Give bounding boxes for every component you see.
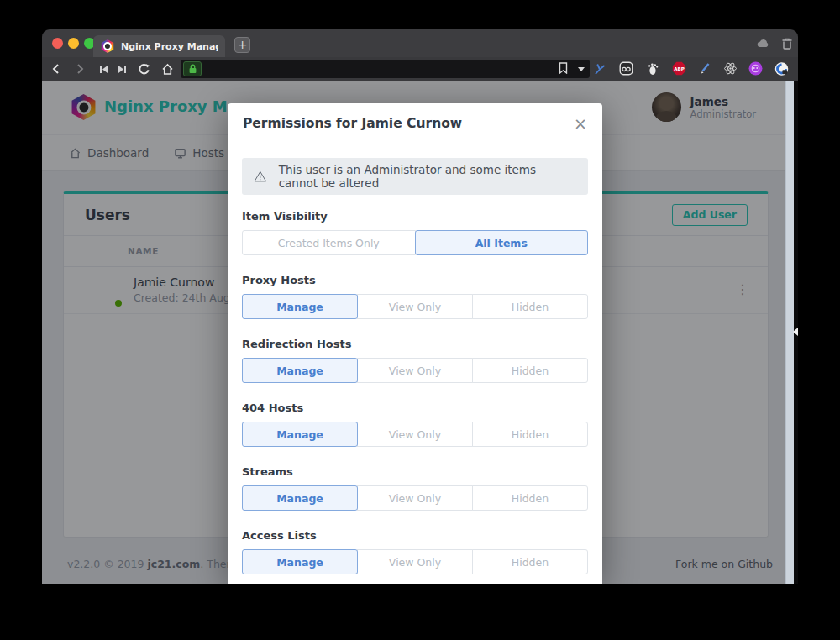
option-hidden[interactable]: Hidden bbox=[472, 485, 588, 511]
purple-extension-icon[interactable] bbox=[748, 61, 763, 76]
atom-extension-icon[interactable] bbox=[723, 61, 738, 76]
option-hidden[interactable]: Hidden bbox=[472, 549, 588, 574]
antenna-extension-icon[interactable] bbox=[592, 61, 606, 76]
new-tab-button[interactable]: + bbox=[234, 37, 250, 53]
browser-tab[interactable]: Nginx Proxy Manager bbox=[93, 35, 225, 57]
permissions-modal: Permissions for Jamie Curnow × This user… bbox=[228, 103, 602, 584]
permission-options-group: ManageView OnlyHidden bbox=[242, 422, 588, 447]
option-manage[interactable]: Manage bbox=[242, 294, 358, 319]
permission-section-label: Redirection Hosts bbox=[242, 338, 588, 350]
alert-text: This user is an Administrator and some i… bbox=[279, 163, 576, 190]
modal-title: Permissions for Jamie Curnow bbox=[243, 116, 462, 131]
cloud-icon[interactable] bbox=[756, 36, 771, 51]
adblock-plus-icon[interactable]: ABP bbox=[672, 61, 686, 76]
option-all-items[interactable]: All Items bbox=[415, 230, 589, 255]
panel-toggle-icon[interactable] bbox=[793, 328, 798, 336]
option-view-only[interactable]: View Only bbox=[357, 294, 473, 319]
option-view-only[interactable]: View Only bbox=[357, 358, 473, 383]
ssl-lock-icon[interactable] bbox=[183, 61, 202, 76]
dropdown-caret-icon[interactable] bbox=[578, 67, 585, 71]
permission-section: Access ListsManageView OnlyHidden bbox=[242, 529, 588, 574]
permission-section: 404 HostsManageView OnlyHidden bbox=[242, 401, 588, 447]
option-manage[interactable]: Manage bbox=[242, 485, 358, 511]
permission-section: StreamsManageView OnlyHidden bbox=[242, 465, 588, 511]
warning-icon bbox=[254, 169, 267, 184]
pen-extension-icon[interactable] bbox=[698, 61, 712, 76]
home-icon[interactable] bbox=[160, 61, 175, 76]
option-created-items-only[interactable]: Created Items Only bbox=[242, 230, 416, 255]
footprint-extension-icon[interactable] bbox=[646, 61, 660, 76]
option-hidden[interactable]: Hidden bbox=[472, 294, 588, 319]
browser-toolbar: ABP bbox=[42, 57, 798, 81]
option-view-only[interactable]: View Only bbox=[357, 549, 473, 574]
permission-section-label: Proxy Hosts bbox=[242, 274, 588, 286]
page-viewport: Nginx Proxy Manager James Administrator … bbox=[42, 81, 798, 584]
permission-section: Redirection HostsManageView OnlyHidden bbox=[242, 338, 588, 383]
option-manage[interactable]: Manage bbox=[242, 422, 358, 447]
permission-section: Proxy HostsManageView OnlyHidden bbox=[242, 274, 588, 319]
permission-options-group: ManageView OnlyHidden bbox=[242, 485, 588, 511]
option-hidden[interactable]: Hidden bbox=[472, 422, 588, 447]
close-window-button[interactable] bbox=[52, 38, 63, 49]
close-icon[interactable]: × bbox=[574, 116, 587, 132]
permission-section-label: Item Visibility bbox=[242, 210, 588, 223]
npm-favicon-icon bbox=[101, 39, 114, 53]
permission-sections: Item VisibilityCreated Items OnlyAll Ite… bbox=[242, 210, 588, 574]
tab-title: Nginx Proxy Manager bbox=[121, 41, 218, 52]
privacy-extension-icon[interactable] bbox=[774, 61, 789, 76]
permission-section-label: 404 Hosts bbox=[242, 401, 588, 414]
browser-tab-bar: Nginx Proxy Manager + bbox=[42, 29, 798, 57]
minimize-window-button[interactable] bbox=[68, 38, 79, 49]
permission-options-group: Created Items OnlyAll Items bbox=[242, 230, 588, 255]
adblock-label: ABP bbox=[674, 66, 685, 71]
trash-icon[interactable] bbox=[780, 36, 795, 51]
permission-options-group: ManageView OnlyHidden bbox=[242, 294, 588, 319]
fast-forward-icon[interactable] bbox=[114, 61, 129, 76]
forward-icon[interactable] bbox=[72, 61, 87, 76]
permission-section-label: Access Lists bbox=[242, 529, 588, 542]
screen: Nginx Proxy Manager + bbox=[0, 0, 840, 640]
reload-icon[interactable] bbox=[136, 61, 151, 76]
permission-options-group: ManageView OnlyHidden bbox=[242, 358, 588, 383]
option-hidden[interactable]: Hidden bbox=[472, 358, 588, 383]
back-icon[interactable] bbox=[49, 61, 64, 76]
admin-alert: This user is an Administrator and some i… bbox=[242, 158, 588, 195]
option-manage[interactable]: Manage bbox=[242, 549, 358, 574]
address-bar[interactable] bbox=[181, 60, 590, 78]
rewind-icon[interactable] bbox=[96, 61, 111, 76]
goggles-extension-icon[interactable] bbox=[619, 61, 633, 76]
permission-section-label: Streams bbox=[242, 465, 588, 478]
permission-options-group: ManageView OnlyHidden bbox=[242, 549, 588, 574]
permission-section: Item VisibilityCreated Items OnlyAll Ite… bbox=[242, 210, 588, 255]
option-view-only[interactable]: View Only bbox=[357, 422, 473, 447]
browser-window: Nginx Proxy Manager + bbox=[42, 29, 798, 626]
bookmark-icon[interactable] bbox=[559, 61, 568, 77]
option-manage[interactable]: Manage bbox=[242, 358, 358, 383]
option-view-only[interactable]: View Only bbox=[357, 485, 473, 511]
